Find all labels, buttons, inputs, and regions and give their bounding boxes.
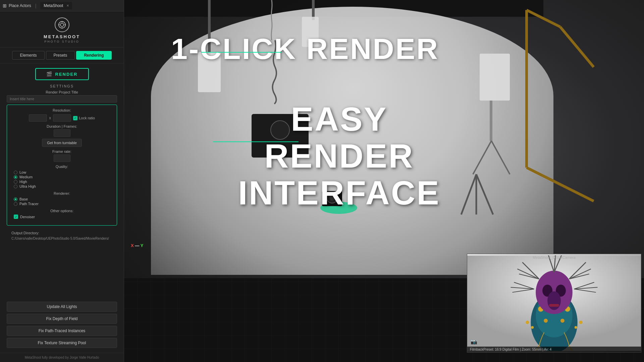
resolution-box: Resolution: 644 x 362 ✓ Lock ratio Dur…: [7, 105, 117, 226]
denoiser-option[interactable]: ✓ Denoiser: [11, 214, 113, 219]
logo-icon: [55, 17, 69, 32]
resolution-row: 644 x 362 ✓ Lock ratio: [11, 114, 113, 122]
renderer-base[interactable]: Base: [11, 197, 113, 201]
viewport[interactable]: 1-CLICK RENDER EASY RENDER INTERFACE: [124, 0, 644, 362]
overlay-text-2: EASY RENDER INTERFACE: [238, 101, 440, 211]
creature-portrait-svg: [467, 255, 641, 351]
place-actors-label: Place Actors: [9, 3, 31, 8]
svg-point-58: [575, 326, 577, 329]
output-dir-path: C:/Users/valle/Desktop/UEPhotoStudio 5.0…: [11, 236, 112, 241]
svg-point-33: [544, 319, 548, 323]
get-turntable-button[interactable]: Get from turntable: [42, 139, 82, 147]
denoiser-label: Denoiser: [20, 215, 35, 219]
fix-path-traced-button[interactable]: Fix Path-Traced Instances: [7, 326, 117, 336]
place-actors-tab[interactable]: ⊞ Place Actors: [3, 3, 31, 8]
quality-low[interactable]: Low: [11, 170, 113, 175]
mini-viewport-image: [467, 254, 641, 352]
resolution-separator: x: [49, 116, 51, 120]
mini-viewport-status: FilmbackPreset: 16:9 Digital Film | Zoom…: [467, 347, 641, 352]
quality-medium-label: Medium: [19, 175, 33, 179]
output-dir-title: Output Directory:: [11, 230, 112, 236]
lock-ratio-text: Lock ratio: [79, 116, 95, 120]
metashoot-tab[interactable]: MetaShoot ×: [40, 2, 72, 9]
settings-area: SETTINGS Render Project Title Resolution…: [0, 81, 124, 300]
denoiser-checkbox[interactable]: ✓: [14, 215, 18, 219]
footer: MetaShoot fully developed by Jorge Valle…: [0, 353, 124, 362]
tab-elements[interactable]: Elements: [12, 51, 44, 60]
renderer-options: Base Path Tracer: [11, 197, 113, 206]
overlay-line-easy: EASY: [238, 101, 440, 137]
fix-dof-button[interactable]: Fix Depth of Field: [7, 314, 117, 324]
renderer-pathtracer-label: Path Tracer: [19, 202, 39, 206]
svg-point-1: [60, 23, 64, 26]
svg-point-38: [547, 291, 561, 310]
lock-ratio-label[interactable]: ✓ Lock ratio: [73, 116, 95, 120]
logo-area: METASHOOT PHOTO STUDIO: [0, 11, 124, 48]
quality-ultrahigh[interactable]: Ultra High: [11, 184, 113, 189]
project-title-label: Render Project Title: [7, 90, 117, 94]
quality-medium-radio[interactable]: [14, 175, 17, 179]
svg-point-57: [579, 321, 583, 324]
tab-separator: |: [35, 3, 37, 8]
connector-line-render: [201, 52, 282, 53]
quality-high[interactable]: High: [11, 179, 113, 184]
svg-rect-39: [549, 304, 559, 307]
quality-low-label: Low: [19, 170, 26, 174]
settings-title: SETTINGS: [7, 84, 117, 88]
quality-high-radio[interactable]: [14, 180, 17, 184]
quality-medium[interactable]: Medium: [11, 175, 113, 179]
svg-point-56: [531, 326, 534, 329]
resolution-width-input[interactable]: 1920: [29, 114, 47, 122]
quality-ultrahigh-label: Ultra High: [19, 184, 36, 188]
overlay-line-interface: INTERFACE: [238, 174, 440, 211]
close-tab-button[interactable]: ×: [66, 3, 69, 8]
top-bar: ⊞ Place Actors | MetaShoot ×: [0, 0, 124, 11]
quality-low-radio[interactable]: [14, 171, 17, 174]
resolution-height-input[interactable]: 1080: [53, 114, 71, 122]
other-options: ✓ Denoiser: [11, 214, 113, 219]
utility-buttons: Update All Lights Fix Depth of Field Fix…: [0, 300, 124, 353]
output-directory: Output Directory: C:/Users/valle/Desktop…: [7, 228, 117, 243]
render-icon: 🎬: [46, 71, 53, 77]
axis-indicator: X — Y: [131, 243, 143, 248]
other-options-label: Other options:: [11, 209, 113, 213]
tab-presets[interactable]: Presets: [46, 51, 75, 60]
overlay-text-1: 1-CLICK RENDER: [171, 32, 439, 66]
duration-label: Duration | Frames:: [11, 124, 113, 128]
logo-subtitle: PHOTO STUDIO: [44, 40, 79, 43]
footer-text: MetaShoot fully developed by Jorge Valle…: [25, 356, 99, 359]
frame-rate-label: Frame rate:: [11, 149, 113, 154]
tab-rendering[interactable]: Rendering: [76, 51, 111, 60]
project-title-input[interactable]: [7, 95, 117, 103]
camera-icon: 📷: [471, 339, 477, 345]
quality-options: Low Medium High Ultra High: [11, 170, 113, 189]
mini-viewport: MetaShoot_DSLRCamera: [467, 254, 641, 353]
fix-texture-button[interactable]: Fix Texture Streaming Pool: [7, 338, 117, 348]
lock-ratio-checkbox[interactable]: ✓: [73, 116, 77, 120]
resolution-label: Resolution:: [11, 108, 113, 112]
duration-input[interactable]: 1: [54, 129, 70, 137]
place-actors-icon: ⊞: [3, 3, 7, 8]
logo-title: METASHOOT: [44, 34, 80, 39]
renderer-base-radio[interactable]: [14, 197, 17, 201]
frame-rate-input[interactable]: 30: [54, 155, 70, 162]
renderer-base-label: Base: [19, 197, 28, 201]
update-lights-button[interactable]: Update All Lights: [7, 302, 117, 312]
left-panel: ⊞ Place Actors | MetaShoot × METASHOOT P…: [0, 0, 124, 362]
quality-high-label: High: [19, 180, 27, 184]
quality-ultrahigh-radio[interactable]: [14, 185, 17, 188]
connector-line-quality: [213, 141, 299, 142]
render-button[interactable]: 🎬 RENDER: [35, 68, 89, 80]
renderer-pathtracer-radio[interactable]: [14, 202, 17, 206]
quality-label: Quality:: [11, 165, 113, 169]
nav-tabs: Elements Presets Rendering: [0, 48, 124, 63]
mini-viewport-camera-name: MetaShoot_DSLRCamera: [533, 255, 576, 259]
metashoot-tab-label: MetaShoot: [44, 3, 63, 8]
overlay-line-render: RENDER: [238, 137, 440, 174]
svg-point-55: [526, 321, 529, 324]
render-button-area: 🎬 RENDER: [0, 63, 124, 81]
svg-point-34: [560, 319, 565, 323]
renderer-label: Renderer:: [11, 191, 113, 195]
renderer-pathtracer[interactable]: Path Tracer: [11, 201, 113, 206]
render-label: RENDER: [55, 72, 78, 77]
